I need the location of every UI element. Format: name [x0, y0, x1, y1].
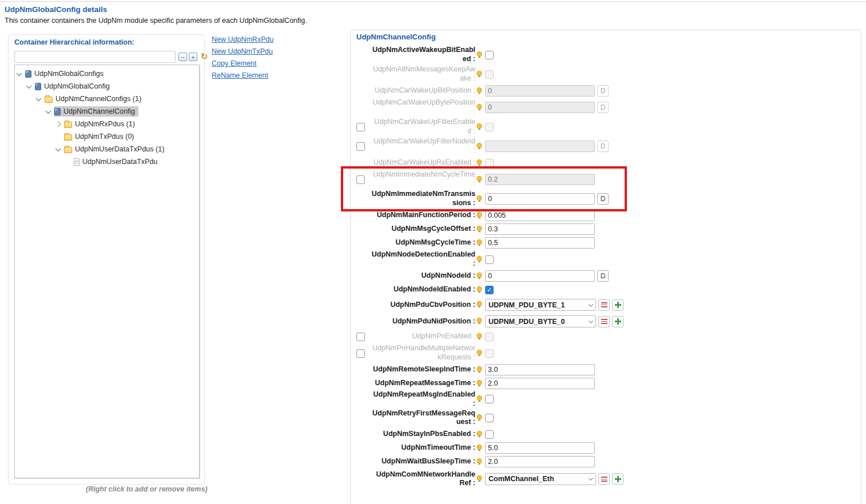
udpnmpnenabled-enable-checkbox[interactable] [356, 333, 365, 341]
udpnmnodeid-d-button[interactable]: D [597, 270, 609, 282]
udpnmtimeouttime-input[interactable] [485, 442, 595, 454]
bulb-icon [476, 333, 483, 341]
expand-all-button[interactable]: + [189, 53, 197, 61]
plus-box-icon: + [191, 54, 194, 61]
chevron-expanded-icon[interactable] [46, 108, 51, 114]
tree-item-label: UdpNmUserDataTxPdu [82, 158, 157, 166]
tree-item-udpnmglobalconfig[interactable]: UdpNmGlobalConfig [15, 80, 199, 93]
tree-item-udpnmrxpdus-1-[interactable]: UdpNmRxPdus (1) [15, 118, 199, 130]
tree-item-udpnmchannelconfig[interactable]: UdpNmChannelConfig [15, 105, 199, 118]
udpnmimmediatenmtransmissions-d-button[interactable]: D [597, 193, 609, 205]
list-icon [601, 477, 607, 482]
udpnmmsgcycletime-input[interactable] [485, 237, 595, 249]
param-row-udpnmimmediatenmtransmissions: UdpNmImmediateNmTransmissions :D [356, 189, 861, 209]
param-row-udpnmmsgcycleoffset: UdpNmMsgCycleOffset : [356, 222, 861, 236]
chevron-expanded-icon[interactable] [26, 83, 32, 89]
chevron-expanded-icon[interactable] [17, 70, 22, 76]
container-icon [54, 108, 61, 115]
tree-toolbar: − + ↻ [14, 51, 201, 63]
page-description: This container containers the UdpNm modu… [5, 17, 307, 25]
chevron-collapsed-icon[interactable] [55, 121, 61, 127]
param-row-udpnmremotesleepindtime: UdpNmRemoteSleepIndTime : [356, 363, 861, 377]
udpnmpdunidposition-list-button[interactable] [598, 316, 610, 327]
udpnmmainfunctionperiod-input[interactable] [485, 210, 595, 221]
udpnmpducbvposition-select[interactable]: UDPNM_PDU_BYTE_1 [485, 299, 596, 311]
udpnmcarwakeupfilterenabled-enable-checkbox[interactable] [356, 123, 365, 131]
bulb-icon [476, 123, 483, 131]
udpnmimmediatenmtransmissions-label: UdpNmImmediateNmTransmissions : [371, 190, 475, 207]
udpnmrepeatmessagetime-input[interactable] [485, 378, 595, 389]
param-row-udpnmnodeidenabled: UdpNmNodeIdEnabled :✓ [356, 283, 861, 297]
udpnmcommnetworkhandleref-select[interactable]: ComMChannel_Eth [485, 473, 596, 485]
udpnmcarwakeupbyteposition-d-button: D [597, 102, 609, 113]
param-row-udpnmpnenabled: UdpNmPnEnabled : [356, 330, 861, 343]
udpnmpdunidposition-add-button[interactable] [612, 316, 623, 327]
bulb-icon [476, 104, 483, 111]
param-row-udpnmcommnetworkhandleref: UdpNmComMNetworkHandleRef :ComMChannel_E… [356, 469, 861, 489]
udpnmcarwakeupfilternodeid-input [485, 141, 595, 152]
udpnmretryfirstmessagerequest-checkbox[interactable] [485, 414, 494, 422]
udpnmwaitbussleeptime-input[interactable] [485, 456, 595, 467]
bulb-icon [476, 51, 483, 59]
link-new-udpnmrxpdu[interactable]: New UdpNmRxPdu [212, 35, 273, 43]
tree-filter-input[interactable] [14, 51, 176, 63]
refresh-button[interactable]: ↻ [199, 51, 209, 62]
udpnmallnmmessageskeepawake-label: UdpNmAllNmMessagesKeepAwake : [371, 65, 475, 83]
udpnmrepeatmsgindenabled-checkbox[interactable] [485, 395, 494, 403]
bulb-icon [476, 71, 483, 78]
chevron-down-icon [589, 302, 593, 306]
folder-icon [64, 134, 72, 141]
udpnmactivewakeupbitenabled-checkbox[interactable] [485, 51, 494, 59]
bulb-icon [476, 143, 483, 150]
udpnmcarwakeupfilterenabled-checkbox [485, 123, 494, 131]
udpnmcommnetworkhandleref-list-button[interactable] [598, 473, 610, 485]
udpnmmsgcycletime-label: UdpNmMsgCycleTime : [371, 238, 475, 247]
udpnmnodedetectionenabled-checkbox[interactable] [485, 255, 494, 264]
udpnmcarwakeupfilterenabled-label: UdpNmCarWakeUpFilterEnabled : [371, 118, 475, 135]
param-row-udpnmwaitbussleeptime: UdpNmWaitBusSleepTime : [356, 455, 861, 469]
tree-item-udpnmtxpdus-0-[interactable]: UdpNmTxPdus (0) [15, 130, 199, 143]
udpnmpnhandlemultiplenetworkrequests-enable-checkbox[interactable] [356, 349, 365, 358]
udpnmnodeidenabled-checkbox[interactable]: ✓ [485, 286, 494, 294]
udpnmmsgcycleoffset-input[interactable] [485, 223, 595, 235]
link-rename-element[interactable]: ReName Element [212, 71, 273, 79]
chevron-down-icon [589, 476, 593, 481]
udpnmpducbvposition-add-button[interactable] [612, 299, 623, 311]
udpnmpducbvposition-list-button[interactable] [598, 299, 610, 311]
tree-item-udpnmuserdatatxpdus-1-[interactable]: UdpNmUserDataTxPdus (1) [15, 143, 199, 155]
tree-item-label: UdpNmTxPdus (0) [75, 133, 134, 141]
chevron-expanded-icon[interactable] [55, 146, 61, 151]
udpnmallnmmessageskeepawake-checkbox [485, 70, 494, 79]
bulb-icon [476, 176, 483, 183]
bulb-icon [476, 159, 483, 167]
tree-item-udpnmglobalconfigs[interactable]: UdpNmGlobalConfigs [15, 67, 199, 80]
udpnmpdunidposition-select[interactable]: UDPNM_PDU_BYTE_0 [485, 315, 596, 327]
chevron-expanded-icon[interactable] [36, 95, 42, 101]
action-links: New UdpNmRxPduNew UdpNmTxPduCopy Element… [212, 35, 273, 83]
udpnmcarwakeupfilternodeid-enable-checkbox[interactable] [356, 142, 365, 151]
udpnmcommnetworkhandleref-add-button[interactable] [612, 473, 623, 485]
tree-hint: (Right click to add or remove items) [86, 485, 208, 493]
udpnmnodeid-input[interactable] [485, 270, 595, 282]
link-new-udpnmtxpdu[interactable]: New UdpNmTxPdu [212, 47, 273, 55]
bulb-icon [476, 239, 483, 247]
udpnmmsgcycleoffset-label: UdpNmMsgCycleOffset : [371, 225, 475, 234]
bulb-icon [476, 475, 483, 483]
collapse-all-button[interactable]: − [178, 53, 187, 61]
udpnmrepeatmessagetime-label: UdpNmRepeatMessageTime : [371, 379, 475, 388]
bulb-icon [476, 458, 483, 466]
bulb-icon [476, 273, 483, 280]
udpnmmainfunctionperiod-label: UdpNmMainFunctionPeriod : [371, 211, 475, 220]
bulb-icon [476, 256, 483, 263]
udpnmstayinpbsenabled-checkbox[interactable] [485, 430, 494, 439]
udpnmimmediatenmtransmissions-input[interactable] [485, 193, 595, 205]
link-copy-element[interactable]: Copy Element [212, 59, 273, 67]
bulb-icon [476, 318, 483, 325]
bulb-icon [476, 286, 483, 294]
param-row-udpnmcarwakeupfilterenabled: UdpNmCarWakeUpFilterEnabled : [356, 117, 861, 137]
udpnmremotesleepindtime-input[interactable] [485, 364, 595, 375]
udpnmimmediatenmcycletime-enable-checkbox[interactable] [356, 175, 365, 184]
tree-item-udpnmuserdatatxpdu[interactable]: UdpNmUserDataTxPdu [15, 155, 199, 168]
udpnmpdunidposition-select-value: UDPNM_PDU_BYTE_0 [488, 318, 565, 326]
tree-item-udpnmchannelconfigs-1-[interactable]: UdpNmChannelConfigs (1) [15, 93, 199, 105]
